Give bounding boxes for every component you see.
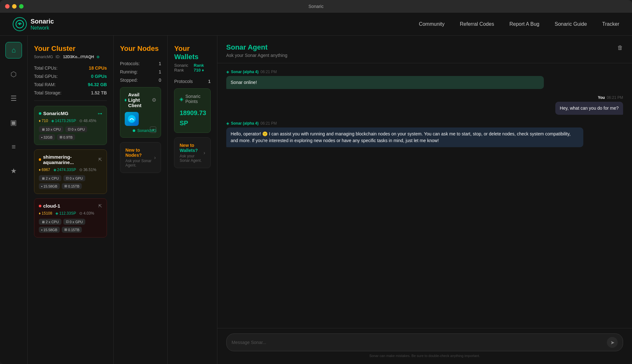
chat-input[interactable] — [232, 340, 604, 345]
nav-community[interactable]: Community — [419, 21, 445, 27]
chat-title: Sonar Agent — [226, 43, 287, 52]
node-header-3: cloud-1 ⇱ — [39, 203, 102, 209]
sidebar-item-list[interactable]: ☰ — [5, 90, 22, 107]
svg-point-1 — [19, 23, 21, 25]
minimize-button[interactable] — [12, 4, 17, 9]
titlebar: Sonaric — [0, 0, 632, 13]
rank-label: Sonaric Rank — [174, 63, 193, 72]
sidebar-item-home[interactable]: ⌂ — [5, 42, 22, 58]
chevron-right-icon-wallets: › — [203, 150, 205, 156]
node-stats-1: ♦ 710 ◈ 14173.26SP ⊙ 48.45% — [39, 119, 102, 123]
nav-tracker[interactable]: Tracker — [602, 21, 619, 27]
agent-avatar-1: ◈ — [226, 70, 229, 74]
logo-name: Sonaric — [31, 17, 54, 25]
cluster-panel: Your Cluster SonaricMG ID: 12D3Ko...tYtA… — [28, 36, 114, 364]
new-to-nodes-card[interactable]: New to Nodes? Ask your Sonar Agent. › — [120, 142, 161, 173]
nodes-stat-stopped: Stopped: 0 — [120, 78, 161, 83]
status-dot-2 — [39, 158, 41, 161]
window-title: Sonaric — [308, 4, 323, 9]
node-stats-3: ♦ 15108 ◈ 112.33SP ⊙ 4.03% — [39, 211, 102, 216]
msg-sender-2: You 06:21 PM — [598, 95, 623, 100]
nav-sonaric-guide[interactable]: Sonaric Guide — [555, 21, 587, 27]
node-name-1: SonaricMG — [39, 111, 68, 116]
maximize-button[interactable] — [19, 4, 24, 9]
chat-subtitle: Ask your Sonar Agent anything — [226, 53, 287, 58]
node-header-2: shimmering-aquamarine... ⇱ — [39, 154, 102, 165]
status-dot-3 — [39, 205, 41, 207]
node-menu-icon-2[interactable]: ⇱ — [98, 157, 102, 162]
node-badges-3: 🖥 2 x CPU ⊡ 0 x GPU ▪ 15.58GB ⊞ 0.15TB — [39, 219, 102, 233]
logo: Sonaric Network — [13, 17, 54, 31]
node-menu-icon-1[interactable]: ⊶ — [98, 111, 102, 116]
traffic-lights — [5, 4, 24, 9]
new-to-wallets-sub: Ask your Sonar Agent. — [179, 154, 203, 163]
nodes-stat-running: Running: 1 — [120, 69, 161, 74]
wallets-stat-protocols: Protocols 1 — [174, 79, 210, 84]
sonaric-points-card: ◈ Sonaric Points 18909.73 SP — [174, 88, 210, 133]
wallets-panel: Your Wallets Sonaric Rank Rank 710 ♦ Pro… — [168, 36, 217, 364]
new-to-nodes-text: New to Nodes? — [125, 148, 154, 158]
node-badges-1: 🖥 10 x CPU ⊡ 0 x GPU ▪ 32GB ⊞ 0.9TB — [39, 126, 102, 140]
send-button[interactable]: ➤ — [607, 337, 618, 348]
nav-report-bug[interactable]: Report A Bug — [509, 21, 539, 27]
msg-bubble-1: Sonar online! — [226, 76, 544, 89]
chat-input-wrapper: ➤ — [226, 333, 623, 351]
cluster-id-row: SonaricMG ID: 12D3Ko...tYtAQH ⊕ — [34, 55, 107, 59]
stat-ram: Total RAM: 94.32 GB — [34, 82, 107, 87]
nodes-panel-title: Your Nodes — [120, 45, 161, 53]
nodes-stat-protocols: Protocols: 1 — [120, 61, 161, 66]
node-badges-2: 🖥 2 x CPU ⊡ 0 x GPU ▪ 15.58GB ⊞ 0.15TB — [39, 175, 102, 189]
client-footer: SonaricMG — [125, 128, 157, 133]
status-dot-1 — [39, 112, 41, 115]
msg-sender-1: ◈ Sonar (alpha 4) 06:21 PM — [226, 70, 623, 74]
message-2: You 06:21 PM Hey, what can you do for me… — [226, 95, 623, 115]
agent-avatar-3: ◈ — [226, 121, 229, 126]
sidebar-item-star[interactable]: ★ — [5, 163, 22, 179]
node-menu-icon-3[interactable]: ⇱ — [98, 203, 102, 209]
main-nav: Community Referral Codes Report A Bug So… — [419, 21, 619, 27]
node-card-cloud1: cloud-1 ⇱ ♦ 15108 ◈ 112.33SP ⊙ 4.03% 🖥 2… — [34, 198, 107, 237]
nodes-panel: Your Nodes Protocols: 1 Running: 1 Stopp… — [114, 36, 168, 364]
logo-network: Network — [31, 25, 54, 31]
sp-header: ◈ Sonaric Points — [179, 94, 205, 104]
chat-panel: Sonar Agent Ask your Sonar Agent anythin… — [217, 36, 632, 364]
msg-bubble-3: Hello, operator! 🙂 I can assist you with… — [226, 127, 584, 147]
msg-bubble-2: Hey, what can you do for me? — [555, 102, 623, 115]
new-to-nodes-sub: Ask your Sonar Agent. — [125, 159, 154, 168]
client-logo — [125, 112, 139, 126]
cluster-id-value: 12D3Ko...tYtAQH — [63, 55, 94, 59]
sidebar: ⌂ ⬡ ☰ ▣ ≡ ★ — [0, 36, 28, 364]
node-card-shimmering: shimmering-aquamarine... ⇱ ♦ 6967 ◈ 2474… — [34, 149, 107, 194]
chat-messages: ◈ Sonar (alpha 4) 06:21 PM Sonar online!… — [217, 63, 632, 328]
main-content: ⌂ ⬡ ☰ ▣ ≡ ★ Your Cluster SonaricMG ID: 1… — [0, 36, 632, 364]
chat-header: Sonar Agent Ask your Sonar Agent anythin… — [217, 36, 632, 63]
sp-value: 18909.73 SP — [179, 107, 205, 127]
chat-disclaimer: Sonar can make mistakes. Be sure to doub… — [226, 354, 623, 358]
client-settings-icon[interactable]: ⚙ — [152, 97, 156, 103]
nav-referral-codes[interactable]: Referral Codes — [460, 21, 494, 27]
node-name-2: shimmering-aquamarine... — [39, 154, 98, 165]
logo-icon — [13, 17, 27, 31]
node-header-1: SonaricMG ⊶ — [39, 111, 102, 116]
new-to-wallets-text: New to Wallets? — [179, 143, 203, 153]
node-name-3: cloud-1 — [39, 203, 60, 209]
client-header: Avail Light Client ⚙ — [125, 92, 157, 108]
clear-chat-button[interactable]: 🗑 — [617, 45, 623, 51]
copy-icon[interactable]: ⊕ — [96, 55, 100, 59]
new-to-wallets-card[interactable]: New to Wallets? Ask your Sonar Agent. › — [174, 137, 210, 168]
client-name: Avail Light Client — [125, 92, 152, 108]
sidebar-item-cube[interactable]: ⬡ — [5, 66, 22, 83]
message-1: ◈ Sonar (alpha 4) 06:21 PM Sonar online! — [226, 70, 623, 89]
cluster-panel-title: Your Cluster — [34, 45, 107, 53]
avail-light-client-card: Avail Light Client ⚙ — [120, 87, 161, 138]
msg-sender-3: ◈ Sonar (alpha 4) 06:21 PM — [226, 121, 623, 126]
wallets-panel-title: Your Wallets — [174, 45, 210, 61]
message-3: ◈ Sonar (alpha 4) 06:21 PM Hello, operat… — [226, 121, 623, 147]
sidebar-item-logs[interactable]: ≡ — [5, 139, 22, 155]
node-card-sonaricmg: SonaricMG ⊶ ♦ 710 ◈ 14173.26SP ⊙ 48.45% … — [34, 106, 107, 145]
close-button[interactable] — [5, 4, 10, 9]
chevron-right-icon: › — [154, 155, 156, 161]
app-header: Sonaric Network Community Referral Codes… — [0, 13, 632, 36]
stat-cpus: Total CPUs: 18 CPUs — [34, 65, 107, 71]
sidebar-item-database[interactable]: ▣ — [5, 114, 22, 131]
